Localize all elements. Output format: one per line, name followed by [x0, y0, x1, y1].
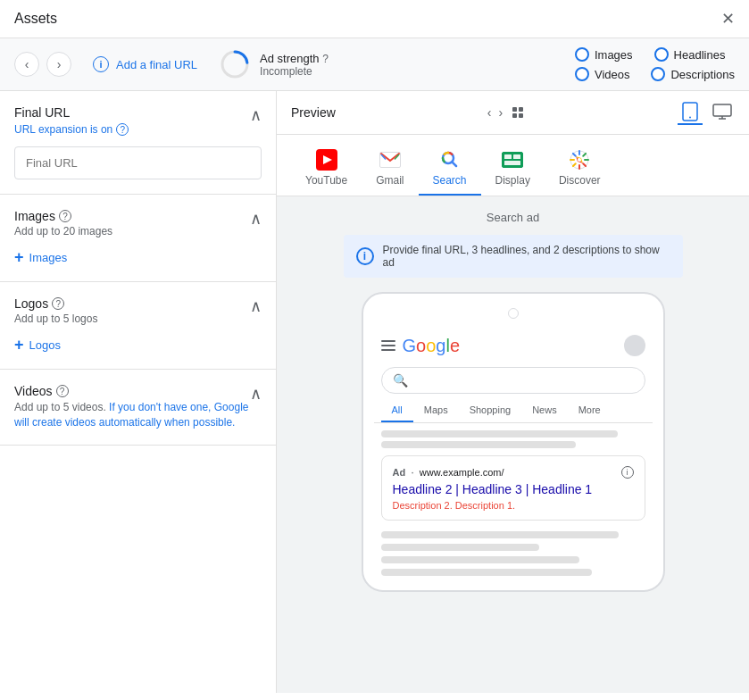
logos-title: Logos — [14, 296, 48, 311]
asset-videos[interactable]: Videos — [575, 67, 630, 81]
content-placeholders — [381, 531, 645, 576]
images-title: Images — [14, 209, 55, 223]
svg-line-23 — [573, 163, 576, 166]
ad-description: Description 2. Description 1. — [393, 500, 634, 511]
videos-section: Videos ? Add up to 5 videos. If you don'… — [0, 370, 276, 446]
ad-strength-circle — [219, 48, 251, 80]
step-navigation: ‹ › — [14, 52, 71, 77]
images-title-group: Images ? Add up to 20 images — [14, 209, 112, 238]
videos-expand-icon[interactable]: ∧ — [250, 384, 262, 404]
final-url-input[interactable] — [14, 146, 262, 179]
svg-point-16 — [578, 158, 581, 162]
asset-images[interactable]: Images — [575, 47, 633, 62]
headlines-label: Headlines — [674, 48, 726, 62]
images-expand-icon[interactable]: ∧ — [250, 209, 262, 229]
add-logos-plus: + — [14, 336, 24, 354]
ad-dot: · — [411, 465, 414, 479]
headlines-checkbox — [654, 47, 669, 62]
ad-strength-help-icon[interactable]: ? — [322, 53, 329, 65]
youtube-icon — [316, 149, 337, 171]
mobile-device-icon[interactable] — [678, 100, 703, 125]
close-icon[interactable]: ✕ — [721, 9, 735, 29]
search-tab-label: Search — [433, 174, 467, 187]
browser-search-bar[interactable]: 🔍 — [381, 367, 645, 394]
hamburger-menu-icon[interactable] — [381, 340, 395, 351]
add-images-plus: + — [14, 248, 24, 267]
asset-descriptions[interactable]: Descriptions — [651, 67, 735, 81]
svg-rect-4 — [713, 104, 731, 116]
placeholder-line-1 — [381, 531, 619, 538]
tab-more[interactable]: More — [568, 399, 612, 422]
ad-strength-label: Ad strength ? — [260, 52, 329, 65]
logos-section: Logos ? Add up to 5 logos ∧ + Logos — [0, 282, 276, 370]
preview-title: Preview — [291, 105, 336, 120]
preview-header: Preview ‹ › — [277, 91, 749, 135]
tab-discover[interactable]: Discover — [545, 142, 615, 196]
preview-prev[interactable]: ‹ — [487, 105, 492, 120]
videos-checkbox — [575, 67, 589, 81]
user-avatar[interactable] — [624, 335, 645, 356]
gmail-tab-icon — [379, 149, 401, 171]
ad-url: www.example.com/ — [420, 467, 504, 478]
tab-youtube[interactable]: YouTube — [291, 142, 362, 196]
svg-rect-14 — [504, 161, 520, 165]
ad-meta: Ad · www.example.com/ i — [393, 465, 634, 479]
logos-help-icon[interactable]: ? — [52, 297, 64, 310]
logos-header: Logos ? Add up to 5 logos ∧ — [14, 296, 262, 325]
grid-view-icon[interactable] — [510, 104, 526, 121]
images-subtitle: Add up to 20 images — [14, 225, 112, 238]
tab-gmail[interactable]: Gmail — [362, 142, 418, 196]
images-header: Images ? Add up to 20 images ∧ — [14, 209, 262, 238]
logos-expand-icon[interactable]: ∧ — [250, 296, 262, 316]
ad-strength-value: Incomplete — [260, 65, 329, 78]
discover-tab-label: Discover — [559, 174, 601, 187]
videos-title: Videos — [14, 384, 53, 398]
phone-notch — [508, 308, 519, 319]
ad-strength: Ad strength ? Incomplete — [219, 48, 329, 80]
tab-display[interactable]: Display — [481, 142, 545, 196]
desktop-device-icon[interactable] — [710, 100, 735, 125]
device-icons — [678, 100, 735, 125]
info-banner-icon: i — [356, 247, 374, 265]
next-step-button[interactable]: › — [46, 52, 71, 77]
main-layout: Final URL URL expansion is on ? ∧ Images… — [0, 91, 749, 693]
preview-next[interactable]: › — [498, 105, 503, 120]
asset-row-2: Videos Descriptions — [575, 67, 735, 81]
url-expansion-toggle[interactable]: URL expansion is on ? — [14, 123, 129, 136]
images-help-icon[interactable]: ? — [59, 210, 71, 222]
tab-search[interactable]: Search — [419, 142, 481, 196]
phone-mockup: Google 🔍 All Maps Shopping News M — [362, 292, 665, 592]
tab-all[interactable]: All — [381, 399, 413, 422]
search-magnifier-icon: 🔍 — [393, 373, 408, 388]
left-panel: Final URL URL expansion is on ? ∧ Images… — [0, 91, 277, 693]
logos-title-group: Logos ? Add up to 5 logos — [14, 296, 97, 325]
browser-window: Google 🔍 All Maps Shopping News M — [363, 329, 663, 576]
ad-badge: Ad — [393, 467, 406, 478]
tab-shopping[interactable]: Shopping — [459, 399, 522, 422]
final-url-title-group: Final URL URL expansion is on ? — [14, 105, 129, 136]
final-url-expand-icon[interactable]: ∧ — [250, 105, 262, 125]
search-results-tabs: All Maps Shopping News More — [374, 399, 653, 423]
asset-headlines[interactable]: Headlines — [654, 47, 726, 62]
prev-step-button[interactable]: ‹ — [14, 52, 39, 77]
add-logos-button[interactable]: + Logos — [14, 336, 61, 354]
preview-controls: ‹ › — [487, 104, 526, 121]
svg-line-24 — [583, 154, 586, 156]
tab-maps[interactable]: Maps — [413, 399, 459, 422]
videos-help-icon[interactable]: ? — [56, 385, 69, 397]
descriptions-checkbox — [651, 67, 665, 81]
hamburger-line-2 — [381, 345, 395, 346]
tab-news[interactable]: News — [521, 399, 568, 422]
step-bar: ‹ › i Add a final URL Ad strength ? Inco… — [0, 38, 749, 91]
ad-headline[interactable]: Headline 2 | Headline 3 | Headline 1 — [393, 482, 634, 496]
ad-info-icon[interactable]: i — [621, 466, 634, 479]
add-images-button[interactable]: + Images — [14, 248, 67, 267]
display-tab-icon — [502, 149, 523, 171]
asset-row-1: Images Headlines — [575, 47, 735, 62]
step-info-icon: i — [93, 56, 109, 72]
videos-header: Videos ? Add up to 5 videos. If you don'… — [14, 384, 262, 430]
hamburger-line-3 — [381, 349, 395, 351]
images-section: Images ? Add up to 20 images ∧ + Images — [0, 195, 276, 282]
info-banner: i Provide final URL, 3 headlines, and 2 … — [344, 235, 683, 278]
url-expansion-help[interactable]: ? — [116, 123, 129, 136]
